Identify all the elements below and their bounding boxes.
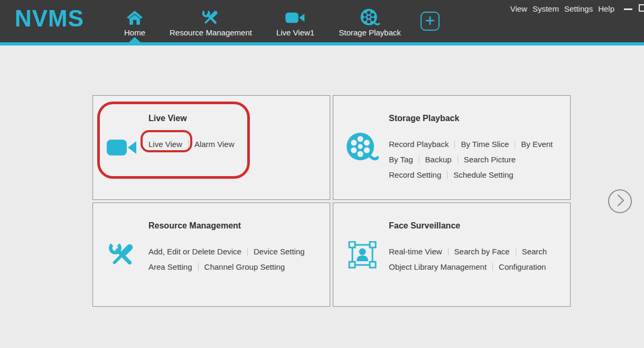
film-reel-icon <box>360 8 380 26</box>
link-by-tag[interactable]: By Tag <box>389 155 413 164</box>
link-row: Live View Alarm View <box>148 136 321 152</box>
link-row: By Tag Backup Search Picture <box>389 152 562 167</box>
link-row: Real-time View Search by Face Search <box>389 244 562 259</box>
home-icon <box>126 8 143 26</box>
link-real-time-view[interactable]: Real-time View <box>389 247 442 256</box>
link-schedule-setting[interactable]: Schedule Setting <box>453 170 513 179</box>
link-by-event[interactable]: By Event <box>521 140 553 149</box>
menu-system[interactable]: System <box>533 4 559 13</box>
link-area-setting[interactable]: Area Setting <box>148 262 192 271</box>
link-object-library-management[interactable]: Object Library Management <box>389 262 487 271</box>
top-bar: NVMS Home <box>0 0 644 45</box>
next-page-button[interactable] <box>608 189 632 213</box>
link-separator <box>419 155 419 163</box>
tools-icon <box>202 8 219 26</box>
link-row: Record Playback By Time Slice By Event <box>389 136 562 152</box>
chevron-right-icon <box>615 194 624 208</box>
link-separator <box>448 248 449 255</box>
tab-resource-management[interactable]: Resource Management <box>157 0 264 42</box>
link-separator <box>515 140 515 148</box>
tab-resource-management-label: Resource Management <box>170 28 252 37</box>
card-face-surveillance: Face Surveillance Real-time View Search … <box>333 203 571 307</box>
link-separator <box>516 248 516 255</box>
link-record-setting[interactable]: Record Setting <box>389 170 441 179</box>
tab-storage-playback-label: Storage Playback <box>339 28 401 37</box>
tab-live-view1-label: Live View1 <box>276 28 314 37</box>
app-logo: NVMS <box>15 5 84 32</box>
card-storage-playback: Storage Playback Record Playback By Time… <box>333 95 571 200</box>
link-separator <box>447 171 447 179</box>
link-alarm-view[interactable]: Alarm View <box>194 140 235 149</box>
link-live-view[interactable]: Live View <box>148 140 182 149</box>
face-frame-icon <box>344 203 381 306</box>
tab-storage-playback[interactable]: Storage Playback <box>326 0 413 42</box>
video-camera-icon <box>285 8 305 26</box>
link-separator <box>188 140 189 148</box>
link-backup[interactable]: Backup <box>425 155 452 164</box>
tools-icon <box>104 203 141 306</box>
main-nav: Home Resource Management <box>112 0 440 42</box>
maximize-button[interactable] <box>639 4 644 12</box>
link-channel-group-setting[interactable]: Channel Group Setting <box>204 262 285 271</box>
link-record-playback[interactable]: Record Playback <box>389 140 449 149</box>
menu-settings[interactable]: Settings <box>564 4 593 13</box>
active-tab-indicator <box>129 37 141 42</box>
minimize-button[interactable] <box>624 8 632 10</box>
link-separator <box>492 263 493 271</box>
link-separator <box>454 140 455 148</box>
link-search-picture[interactable]: Search Picture <box>464 155 516 164</box>
card-live-view: Live View Live View Alarm View <box>92 95 330 200</box>
link-row: Object Library Management Configuration <box>389 259 562 274</box>
video-camera-icon <box>104 96 141 199</box>
card-title-live-view: Live View <box>148 114 321 123</box>
link-separator <box>247 248 248 255</box>
plus-icon <box>425 16 435 27</box>
tab-home[interactable]: Home <box>112 0 157 42</box>
link-row: Record Setting Schedule Setting <box>389 167 562 182</box>
add-tab-button[interactable] <box>421 12 440 31</box>
link-search[interactable]: Search <box>522 247 547 256</box>
link-by-time-slice[interactable]: By Time Slice <box>461 140 509 149</box>
card-title-face-surveillance: Face Surveillance <box>389 221 562 231</box>
card-resource-management: Resource Management Add, Edit or Delete … <box>92 203 330 307</box>
menu-bar: View System Settings Help <box>510 4 614 13</box>
link-separator <box>198 263 199 271</box>
nvms-window: NVMS Home <box>0 0 644 348</box>
tab-live-view1[interactable]: Live View1 <box>264 0 326 42</box>
link-separator <box>458 155 458 163</box>
link-row: Add, Edit or Delete Device Device Settin… <box>148 244 321 259</box>
tab-home-label: Home <box>124 28 145 37</box>
link-search-by-face[interactable]: Search by Face <box>454 247 510 256</box>
film-reel-icon <box>344 96 381 199</box>
link-add-edit-delete-device[interactable]: Add, Edit or Delete Device <box>148 247 241 256</box>
link-row: Area Setting Channel Group Setting <box>148 259 321 274</box>
menu-help[interactable]: Help <box>598 4 614 13</box>
card-title-resource-management: Resource Management <box>148 221 321 231</box>
link-configuration[interactable]: Configuration <box>499 262 546 271</box>
card-title-storage-playback: Storage Playback <box>389 114 562 123</box>
link-device-setting[interactable]: Device Setting <box>254 247 305 256</box>
menu-view[interactable]: View <box>510 4 527 13</box>
